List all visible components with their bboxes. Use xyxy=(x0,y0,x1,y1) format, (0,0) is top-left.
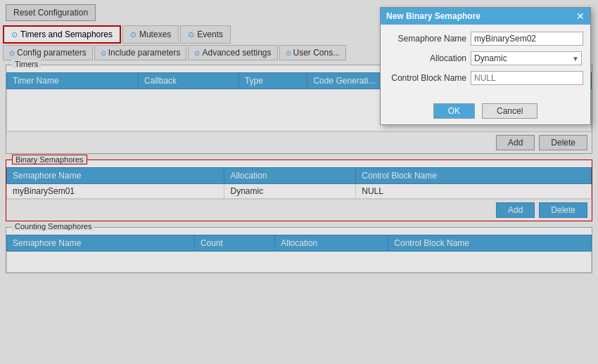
modal-body: Semaphore Name Allocation Dynamic Static… xyxy=(381,25,590,98)
control-block-label: Control Block Name xyxy=(389,73,466,83)
allocation-label: Allocation xyxy=(389,53,466,63)
modal-ok-button[interactable]: OK xyxy=(433,103,475,119)
semaphore-name-input[interactable] xyxy=(471,32,583,46)
allocation-select[interactable]: Dynamic Static xyxy=(471,51,582,65)
control-block-row: Control Block Name xyxy=(389,71,582,85)
allocation-select-wrapper: Dynamic Static ▼ xyxy=(471,51,582,65)
semaphore-name-label: Semaphore Name xyxy=(389,34,466,44)
new-binary-semaphore-modal: New Binary Semaphore ✕ Semaphore Name Al… xyxy=(380,7,591,125)
modal-close-button[interactable]: ✕ xyxy=(576,11,585,21)
modal-header: New Binary Semaphore ✕ xyxy=(381,8,590,25)
modal-cancel-button[interactable]: Cancel xyxy=(482,103,537,119)
main-container: Reset Configuration ⊙ Timers and Semapho… xyxy=(0,0,598,364)
allocation-row: Allocation Dynamic Static ▼ xyxy=(389,51,582,65)
semaphore-name-row: Semaphore Name xyxy=(389,32,582,46)
control-block-input[interactable] xyxy=(471,71,583,85)
modal-footer: OK Cancel xyxy=(381,98,590,124)
modal-title: New Binary Semaphore xyxy=(386,11,481,21)
